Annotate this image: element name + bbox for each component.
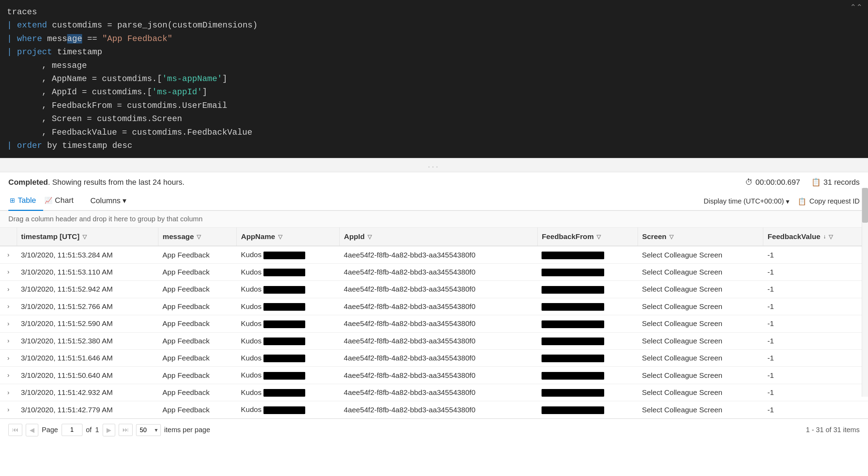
scrollbar-thumb[interactable] bbox=[862, 188, 868, 223]
next-page-button[interactable]: ▶ bbox=[103, 424, 115, 436]
message-cell: App Feedback bbox=[158, 281, 237, 298]
expand-arrow-icon[interactable]: › bbox=[7, 268, 9, 275]
completed-label: Completed bbox=[8, 178, 48, 187]
toolbar-right: Display time (UTC+00:00) ▾ 📋 Copy reques… bbox=[704, 197, 860, 206]
appname-cell: Kudos bbox=[237, 263, 340, 280]
query-line-8: , FeedbackFrom = customdims.UserEmail bbox=[42, 99, 861, 112]
expand-cell[interactable]: › bbox=[0, 332, 17, 349]
toolbar: ⊞ Table 📈 Chart Columns ▾ Display time (… bbox=[0, 190, 868, 211]
feedbackfrom-cell bbox=[537, 281, 638, 298]
col-appid[interactable]: AppId ▽ bbox=[340, 228, 537, 246]
first-page-button[interactable]: ⏮ bbox=[8, 424, 22, 436]
expand-cell[interactable]: › bbox=[0, 298, 17, 315]
timestamp-cell: 3/10/2020, 11:51:53.110 AM bbox=[17, 263, 158, 280]
appname-cell: Kudos bbox=[237, 315, 340, 332]
message-cell: App Feedback bbox=[158, 298, 237, 315]
page-label: Page bbox=[42, 426, 58, 434]
expand-arrow-icon[interactable]: › bbox=[7, 337, 9, 344]
table-row: › 3/10/2020, 11:51:42.932 AM App Feedbac… bbox=[0, 384, 868, 401]
status-right: ⏱ 00:00:00.697 📋 31 records bbox=[745, 178, 860, 187]
feedbackfrom-cell bbox=[537, 350, 638, 367]
records-icon: 📋 bbox=[811, 178, 821, 187]
timestamp-cell: 3/10/2020, 11:51:42.932 AM bbox=[17, 384, 158, 401]
feedbackvalue-filter-icon[interactable]: ▽ bbox=[829, 233, 833, 240]
expand-arrow-icon[interactable]: › bbox=[7, 286, 9, 293]
scrollbar-track[interactable] bbox=[862, 188, 868, 397]
feedbackfrom-redacted bbox=[542, 303, 604, 311]
expand-arrow-icon[interactable]: › bbox=[7, 251, 9, 258]
query-line-10: , FeedbackValue = customdims.FeedbackVal… bbox=[42, 126, 861, 139]
message-cell: App Feedback bbox=[158, 246, 237, 263]
expand-arrow-icon[interactable]: › bbox=[7, 303, 9, 310]
expand-cell[interactable]: › bbox=[0, 315, 17, 332]
appid-cell: 4aee54f2-f8fb-4a82-bbd3-aa34554380f0 bbox=[340, 263, 537, 280]
feedbackfrom-redacted bbox=[542, 372, 604, 380]
feedbackfrom-redacted bbox=[542, 252, 604, 259]
display-time-label: Display time (UTC+00:00) bbox=[704, 197, 784, 205]
query-line-9: , Screen = customdims.Screen bbox=[42, 112, 861, 126]
divider-row: ... bbox=[0, 158, 868, 172]
feedbackvalue-cell: -1 bbox=[763, 350, 868, 367]
chart-icon: 📈 bbox=[45, 197, 52, 204]
message-filter-icon[interactable]: ▽ bbox=[197, 233, 201, 240]
prev-page-button[interactable]: ◀ bbox=[26, 424, 38, 436]
col-message[interactable]: message ▽ bbox=[158, 228, 237, 246]
feedbackfrom-cell bbox=[537, 298, 638, 315]
columns-button[interactable]: Columns ▾ bbox=[85, 193, 132, 210]
expand-arrow-icon[interactable]: › bbox=[7, 320, 9, 327]
col-appname[interactable]: AppName ▽ bbox=[237, 228, 340, 246]
expand-cell[interactable]: › bbox=[0, 384, 17, 401]
table-row: › 3/10/2020, 11:51:53.284 AM App Feedbac… bbox=[0, 246, 868, 263]
chart-tab[interactable]: 📈 Chart bbox=[43, 192, 81, 211]
expand-cell[interactable]: › bbox=[0, 367, 17, 384]
last-page-button[interactable]: ⏭ bbox=[119, 424, 133, 436]
expand-arrow-icon[interactable]: › bbox=[7, 355, 9, 362]
query-line-11: | order by timestamp desc bbox=[7, 139, 861, 152]
timestamp-cell: 3/10/2020, 11:51:52.766 AM bbox=[17, 298, 158, 315]
screen-cell: Select Colleague Screen bbox=[638, 281, 763, 298]
expand-cell[interactable]: › bbox=[0, 263, 17, 280]
appname-cell: Kudos bbox=[237, 401, 340, 418]
per-page-select[interactable]: 50 100 200 bbox=[136, 424, 161, 436]
query-editor[interactable]: ⌃⌃ traces | extend customdims = parse_js… bbox=[0, 0, 868, 158]
screen-cell: Select Colleague Screen bbox=[638, 332, 763, 349]
expand-cell[interactable]: › bbox=[0, 350, 17, 367]
timestamp-cell: 3/10/2020, 11:51:51.646 AM bbox=[17, 350, 158, 367]
expand-cell[interactable]: › bbox=[0, 281, 17, 298]
feedbackfrom-cell bbox=[537, 263, 638, 280]
appname-redacted bbox=[263, 355, 305, 362]
col-timestamp[interactable]: timestamp [UTC] ▽ bbox=[17, 228, 158, 246]
appname-filter-icon[interactable]: ▽ bbox=[278, 233, 282, 240]
feedbackvalue-sort-icon[interactable]: ↓ bbox=[823, 233, 826, 240]
message-cell: App Feedback bbox=[158, 350, 237, 367]
page-number-input[interactable] bbox=[62, 424, 82, 436]
expand-arrow-icon[interactable]: › bbox=[7, 406, 9, 413]
screen-filter-icon[interactable]: ▽ bbox=[669, 233, 673, 240]
expand-arrow-icon[interactable]: › bbox=[7, 372, 9, 379]
status-left: Completed. Showing results from the last… bbox=[8, 178, 184, 187]
expand-cell[interactable]: › bbox=[0, 401, 17, 418]
copy-request-button[interactable]: 📋 Copy request ID bbox=[798, 197, 860, 206]
timestamp-filter-icon[interactable]: ▽ bbox=[82, 233, 87, 240]
appid-cell: 4aee54f2-f8fb-4a82-bbd3-aa34554380f0 bbox=[340, 281, 537, 298]
feedbackfrom-filter-icon[interactable]: ▽ bbox=[597, 233, 601, 240]
appid-filter-icon[interactable]: ▽ bbox=[368, 233, 372, 240]
appname-redacted bbox=[263, 320, 305, 328]
table-tab[interactable]: ⊞ Table bbox=[8, 192, 43, 211]
col-screen[interactable]: Screen ▽ bbox=[638, 228, 763, 246]
drag-hint: Drag a column header and drop it here to… bbox=[0, 211, 868, 228]
feedbackfrom-cell bbox=[537, 332, 638, 349]
expand-cell[interactable]: › bbox=[0, 246, 17, 263]
feedbackvalue-cell: -1 bbox=[763, 332, 868, 349]
records-badge: 📋 31 records bbox=[811, 178, 860, 187]
feedbackfrom-redacted bbox=[542, 406, 604, 414]
col-feedbackfrom[interactable]: FeedbackFrom ▽ bbox=[537, 228, 638, 246]
col-feedbackvalue[interactable]: FeedbackValue ↓ ▽ bbox=[763, 228, 868, 246]
expand-arrow-icon[interactable]: › bbox=[7, 389, 9, 396]
display-time-button[interactable]: Display time (UTC+00:00) ▾ bbox=[704, 197, 790, 206]
collapse-button[interactable]: ⌃⌃ bbox=[850, 3, 862, 12]
per-page-select-wrap[interactable]: 50 100 200 bbox=[136, 424, 161, 436]
feedbackvalue-cell: -1 bbox=[763, 298, 868, 315]
chevron-down-icon: ▾ bbox=[123, 196, 126, 205]
appid-cell: 4aee54f2-f8fb-4a82-bbd3-aa34554380f0 bbox=[340, 401, 537, 418]
